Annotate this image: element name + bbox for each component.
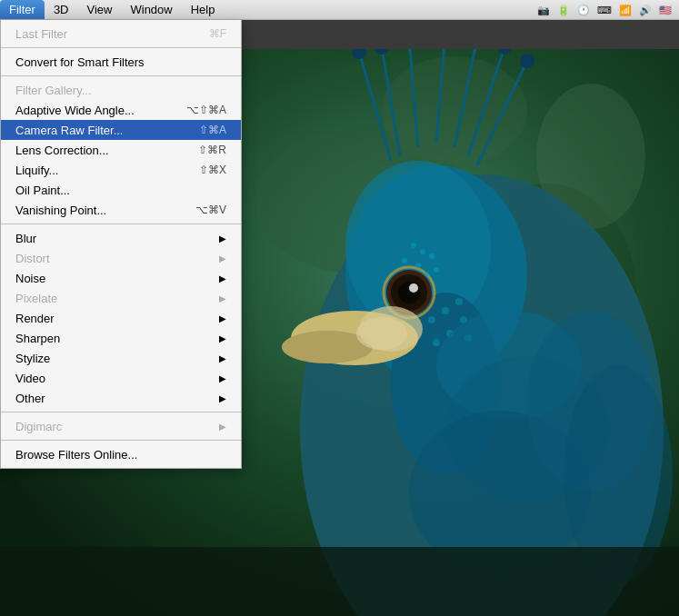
separator-2 [1, 75, 241, 76]
menu-item-oil-paint[interactable]: Oil Paint... [1, 180, 241, 200]
menu-item-distort[interactable]: Distort ▶ [1, 248, 241, 268]
menu-item-render[interactable]: Render ▶ [1, 308, 241, 328]
battery-icon: 🔋 [557, 5, 570, 16]
menubar-3d[interactable]: 3D [45, 0, 78, 19]
menu-item-pixelate-label: Pixelate [15, 292, 57, 305]
menubar-filter[interactable]: Filter [0, 0, 45, 19]
menu-item-smart-filters-label: Convert for Smart Filters [15, 55, 145, 69]
noise-arrow-icon: ▶ [219, 273, 226, 283]
menu-item-blur[interactable]: Blur ▶ [1, 228, 241, 248]
svg-point-15 [409, 283, 418, 293]
menu-item-vanishing-point-shortcut: ⌥⌘V [195, 204, 226, 216]
menubar-view[interactable]: View [78, 0, 122, 19]
svg-point-36 [433, 339, 440, 346]
menu-item-lens-correction-shortcut: ⇧⌘R [198, 144, 226, 156]
svg-point-28 [520, 54, 534, 68]
system-status-area: 📷 🔋 🕐 ⌨ 📶 🔊 🇺🇸 [537, 0, 672, 20]
flag-icon: 🇺🇸 [659, 5, 672, 16]
menu-item-pixelate[interactable]: Pixelate ▶ [1, 288, 241, 308]
wifi-icon: 📶 [619, 5, 632, 16]
menu-item-stylize[interactable]: Stylize ▶ [1, 348, 241, 368]
camera-icon: 📷 [537, 5, 550, 16]
menu-item-stylize-label: Stylize [15, 352, 50, 365]
menubar-help[interactable]: Help [182, 0, 225, 19]
menu-item-render-label: Render [15, 312, 55, 325]
menu-item-noise-label: Noise [15, 272, 45, 285]
separator-4 [1, 412, 241, 412]
menu-item-last-filter-shortcut: ⌘F [209, 27, 226, 40]
menu-item-other-label: Other [15, 392, 45, 405]
menubar-window[interactable]: Window [121, 0, 181, 19]
stylize-arrow-icon: ▶ [219, 353, 226, 363]
menu-item-video-label: Video [15, 372, 45, 385]
svg-point-41 [424, 272, 430, 277]
blur-arrow-icon: ▶ [219, 233, 226, 243]
menubar-items: Filter 3D View Window Help [0, 0, 224, 19]
separator-1 [1, 47, 241, 48]
menu-item-sharpen-label: Sharpen [15, 332, 60, 345]
svg-point-4 [382, 56, 527, 165]
svg-point-43 [434, 267, 439, 273]
svg-rect-52 [0, 547, 679, 616]
svg-point-46 [356, 317, 407, 350]
menu-item-sharpen[interactable]: Sharpen ▶ [1, 328, 241, 348]
menu-item-liquify-label: Liquify... [15, 164, 58, 177]
svg-point-40 [402, 258, 407, 263]
svg-point-38 [415, 263, 421, 268]
svg-point-33 [428, 316, 435, 323]
menu-item-other[interactable]: Other ▶ [1, 388, 241, 408]
menu-item-vanishing-point[interactable]: Vanishing Point... ⌥⌘V [1, 200, 241, 220]
menu-item-browse-filters-label: Browse Filters Online... [15, 448, 137, 462]
menu-item-digimarc-label: Digimarc [15, 420, 62, 433]
menu-item-last-filter-label: Last Filter [15, 27, 67, 41]
svg-point-32 [455, 298, 463, 305]
svg-point-31 [442, 307, 449, 314]
menu-item-lens-correction-label: Lens Correction... [15, 144, 109, 157]
menu-item-liquify[interactable]: Liquify... ⇧⌘X [1, 160, 241, 180]
menu-item-blur-label: Blur [15, 232, 36, 245]
render-arrow-icon: ▶ [219, 313, 226, 323]
volume-icon: 🔊 [639, 5, 652, 16]
menu-item-camera-raw-label: Camera Raw Filter... [15, 124, 123, 137]
bluetooth-icon: ⌨ [597, 5, 612, 16]
other-arrow-icon: ▶ [219, 393, 226, 403]
separator-5 [1, 440, 241, 441]
menu-item-browse-filters[interactable]: Browse Filters Online... [1, 444, 241, 464]
menu-item-video[interactable]: Video ▶ [1, 368, 241, 388]
video-arrow-icon: ▶ [219, 373, 226, 383]
pixelate-arrow-icon: ▶ [219, 293, 226, 303]
menu-item-vanishing-point-label: Vanishing Point... [15, 204, 106, 217]
svg-point-44 [420, 249, 425, 254]
menu-item-smart-filters[interactable]: Convert for Smart Filters [1, 52, 241, 72]
menu-item-lens-correction[interactable]: Lens Correction... ⇧⌘R [1, 140, 241, 160]
digimarc-arrow-icon: ▶ [219, 422, 226, 432]
sharpen-arrow-icon: ▶ [219, 333, 226, 343]
menu-item-adaptive-wide-shortcut: ⌥⇧⌘A [186, 104, 226, 116]
menu-item-adaptive-wide[interactable]: Adaptive Wide Angle... ⌥⇧⌘A [1, 100, 241, 120]
filter-dropdown-menu: Last Filter ⌘F Convert for Smart Filters… [0, 20, 242, 469]
menu-item-filter-gallery-label: Filter Gallery... [15, 84, 92, 97]
menu-item-camera-raw[interactable]: Camera Raw Filter... ⇧⌘A [1, 120, 241, 140]
menu-item-digimarc[interactable]: Digimarc ▶ [1, 416, 241, 436]
distort-arrow-icon: ▶ [219, 253, 226, 263]
menu-item-filter-gallery[interactable]: Filter Gallery... [1, 80, 241, 100]
menubar: Filter 3D View Window Help 📷 🔋 🕐 ⌨ 📶 🔊 🇺… [0, 0, 679, 20]
menu-item-noise[interactable]: Noise ▶ [1, 268, 241, 288]
separator-3 [1, 224, 241, 224]
menu-item-oil-paint-label: Oil Paint... [15, 184, 70, 197]
menu-item-adaptive-wide-label: Adaptive Wide Angle... [15, 104, 135, 117]
clock-icon: 🕐 [577, 5, 590, 16]
menu-item-last-filter[interactable]: Last Filter ⌘F [1, 24, 241, 44]
menu-item-camera-raw-shortcut: ⇧⌘A [199, 124, 226, 136]
menu-item-liquify-shortcut: ⇧⌘X [199, 164, 226, 176]
svg-point-39 [429, 253, 434, 259]
menu-item-distort-label: Distort [15, 252, 50, 265]
svg-point-42 [411, 243, 416, 248]
